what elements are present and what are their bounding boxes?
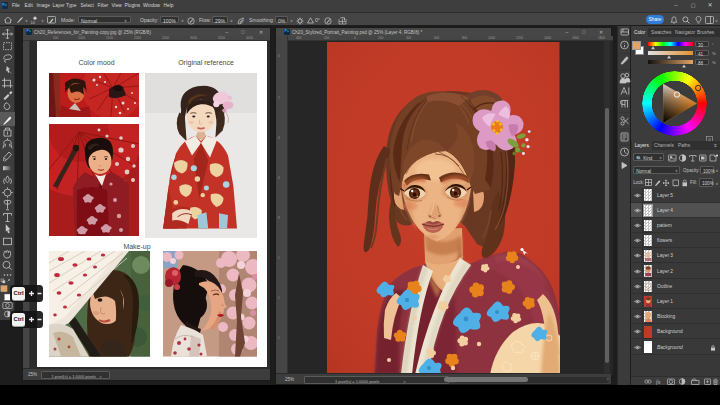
svg-text:fx: fx xyxy=(656,379,661,385)
